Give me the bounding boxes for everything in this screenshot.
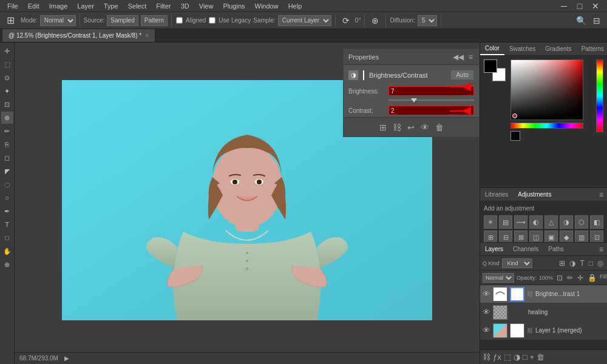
layers-fx-btn[interactable]: ƒx bbox=[493, 352, 501, 362]
minimize-btn[interactable]: ─ bbox=[557, 0, 571, 13]
menu-image[interactable]: Image bbox=[44, 0, 73, 12]
shape-tool[interactable]: □ bbox=[1, 232, 13, 244]
props-delete-btn[interactable]: 🗑 bbox=[435, 123, 444, 132]
crop-tool[interactable]: ⊡ bbox=[1, 98, 13, 110]
color-tab-swatches[interactable]: Swatches bbox=[504, 42, 540, 55]
color-tab-gradients[interactable]: Gradients bbox=[540, 42, 576, 55]
filter-adj-btn[interactable]: ◑ bbox=[568, 259, 577, 268]
menu-edit[interactable]: Edit bbox=[23, 0, 44, 12]
adj-photo-btn[interactable]: ⊞ bbox=[484, 231, 497, 243]
menu-window[interactable]: Window bbox=[250, 0, 283, 12]
menu-filter[interactable]: Filter bbox=[151, 0, 175, 12]
color-tab-color[interactable]: Color bbox=[480, 42, 504, 55]
current-color-swatch[interactable] bbox=[510, 131, 520, 141]
sampled-btn[interactable]: Sampled bbox=[107, 15, 138, 26]
mode-select[interactable]: Normal bbox=[40, 15, 76, 26]
brightness-input[interactable] bbox=[388, 86, 474, 96]
adj-exposure-btn[interactable]: ◐ bbox=[529, 215, 543, 229]
layers-tab-layers[interactable]: Layers bbox=[480, 243, 508, 255]
brightness-slider[interactable] bbox=[388, 99, 474, 101]
contrast-input[interactable] bbox=[388, 106, 474, 115]
move-tool[interactable]: ✛ bbox=[1, 45, 13, 57]
pattern-btn[interactable]: Pattern bbox=[141, 15, 168, 26]
color-spectrum[interactable] bbox=[510, 59, 583, 120]
layer-vis-2[interactable]: 👁 bbox=[483, 326, 490, 335]
clone-tool[interactable]: ⎘ bbox=[1, 138, 13, 150]
layer-vis-0[interactable]: 👁 bbox=[483, 289, 490, 298]
auto-btn[interactable]: Auto bbox=[450, 70, 474, 80]
filter-type-btn[interactable]: T bbox=[578, 259, 585, 268]
lock-paint-btn[interactable]: ✏ bbox=[566, 274, 574, 282]
filter-shape-btn[interactable]: □ bbox=[588, 259, 594, 268]
magic-wand-tool[interactable]: ✦ bbox=[1, 85, 13, 97]
layer-row-merged[interactable]: 👁 ⛓ Layer 1 (merged) bbox=[480, 322, 607, 340]
menu-help[interactable]: Help bbox=[283, 0, 307, 12]
adj-bw-btn[interactable]: ◧ bbox=[590, 215, 603, 229]
rotate-icon[interactable]: ⟳ bbox=[339, 14, 353, 27]
tool-icon[interactable]: ⊞ bbox=[4, 14, 17, 27]
adj-vibrance-btn[interactable]: △ bbox=[544, 215, 558, 229]
menu-layer[interactable]: Layer bbox=[72, 0, 99, 12]
panel-menu-btn[interactable]: ≡ bbox=[467, 53, 474, 61]
adj-channel-btn[interactable]: ⊟ bbox=[499, 231, 512, 243]
panel-collapse-btn[interactable]: ◀◀ bbox=[452, 53, 465, 61]
brush-tool[interactable]: ✏ bbox=[1, 125, 13, 137]
adj-gradient-btn[interactable]: ▥ bbox=[575, 231, 588, 243]
adj-tab-adjustments[interactable]: Adjustments bbox=[513, 188, 556, 201]
aligned-checkbox[interactable] bbox=[176, 17, 182, 23]
color-picker-handle[interactable] bbox=[512, 113, 517, 118]
menu-plugins[interactable]: Plugins bbox=[218, 0, 249, 12]
layer-row-brightness[interactable]: 👁 ⛓ Brightne...trast 1 bbox=[480, 285, 607, 303]
lock-transparent-btn[interactable]: ⊡ bbox=[555, 274, 564, 282]
props-layer-btn[interactable]: ⊞ bbox=[379, 123, 387, 132]
lasso-tool[interactable]: ⊙ bbox=[1, 72, 13, 84]
vertical-hue-slider[interactable] bbox=[596, 59, 603, 132]
layers-mask-btn[interactable]: ⬚ bbox=[504, 352, 511, 362]
color-tab-patterns[interactable]: Patterns bbox=[577, 42, 607, 55]
adj-poster-btn[interactable]: ▣ bbox=[544, 231, 558, 243]
text-tool[interactable]: T bbox=[1, 218, 13, 231]
lock-move-btn[interactable]: ✛ bbox=[576, 274, 585, 282]
props-undo-btn[interactable]: ↩ bbox=[407, 123, 415, 132]
panel-icon-btn[interactable]: ⊟ bbox=[590, 14, 603, 27]
adj-levels-btn[interactable]: ▤ bbox=[499, 215, 512, 229]
menu-type[interactable]: Type bbox=[99, 0, 123, 12]
foreground-swatch[interactable] bbox=[484, 59, 497, 73]
paint-bucket-tool[interactable]: ◤ bbox=[1, 165, 13, 177]
layers-tab-channels[interactable]: Channels bbox=[508, 243, 543, 255]
filter-smart-btn[interactable]: ◎ bbox=[596, 259, 605, 268]
maximize-btn[interactable]: □ bbox=[573, 0, 586, 13]
diffusion-select[interactable]: 5 bbox=[418, 15, 437, 26]
active-tab[interactable]: @ 12.5% (Brightness/Contrast 1, Layer Ma… bbox=[2, 29, 155, 42]
menu-file[interactable]: File bbox=[2, 0, 23, 12]
adj-tab-libraries[interactable]: Libraries bbox=[480, 188, 513, 201]
adj-selective-btn[interactable]: ⊡ bbox=[590, 231, 603, 243]
sample-select[interactable]: Current Layer bbox=[278, 15, 331, 26]
filter-pixel-btn[interactable]: ⊞ bbox=[558, 259, 566, 268]
adj-color-btn[interactable]: ⊠ bbox=[514, 231, 527, 243]
layers-kind-select[interactable]: Kind bbox=[502, 258, 532, 268]
heal-tool[interactable]: ⊕ bbox=[1, 112, 13, 124]
lock-all-btn[interactable]: 🔒 bbox=[586, 274, 598, 282]
layers-link-btn[interactable]: ⛓ bbox=[483, 352, 490, 362]
layers-menu-btn[interactable]: ≡ bbox=[598, 245, 605, 254]
use-legacy-checkbox[interactable] bbox=[209, 17, 215, 23]
layer-row-healing[interactable]: 👁 healing bbox=[480, 303, 607, 322]
adj-thresh-btn[interactable]: ◆ bbox=[560, 231, 573, 243]
props-visibility-btn[interactable]: 👁 bbox=[421, 123, 429, 132]
hue-slider[interactable] bbox=[510, 123, 583, 129]
menu-select[interactable]: Select bbox=[123, 0, 152, 12]
layers-adj-btn[interactable]: ◑ bbox=[514, 352, 520, 362]
adj-hsl-btn[interactable]: ◑ bbox=[560, 215, 573, 229]
layers-group-btn[interactable]: □ bbox=[523, 352, 527, 362]
eraser-tool[interactable]: ◻ bbox=[1, 152, 13, 164]
layers-new-btn[interactable]: + bbox=[530, 352, 535, 362]
adj-curves-btn[interactable]: ⟿ bbox=[514, 215, 527, 229]
status-arrow[interactable]: ▶ bbox=[64, 355, 69, 362]
clone-icon[interactable]: ⊕ bbox=[368, 14, 382, 27]
search-icon-btn[interactable]: 🔍 bbox=[574, 14, 588, 27]
layers-tab-paths[interactable]: Paths bbox=[543, 243, 569, 255]
menu-3d[interactable]: 3D bbox=[176, 0, 194, 12]
close-btn[interactable]: ✕ bbox=[589, 0, 602, 13]
blur-tool[interactable]: ◌ bbox=[1, 178, 13, 190]
